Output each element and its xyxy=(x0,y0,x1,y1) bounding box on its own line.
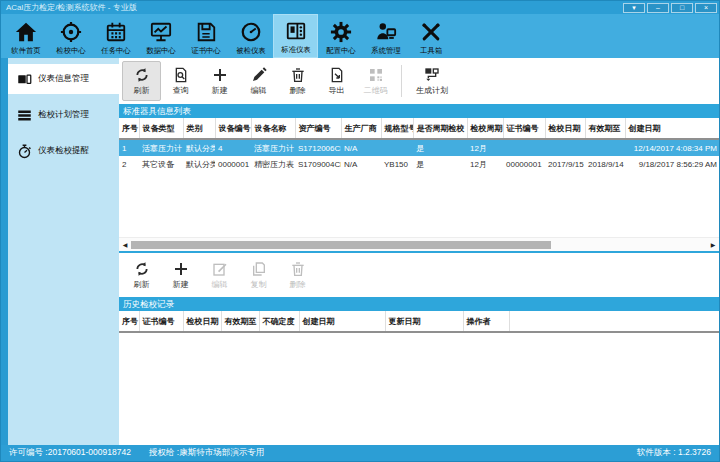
sidebar-item-label: 仪表检校提醒 xyxy=(38,145,89,157)
column-header[interactable]: 检校日期 xyxy=(183,311,221,332)
history-refresh-button[interactable]: 刷新 xyxy=(122,255,161,295)
sidebar-item-calibration-plan[interactable]: 检校计划管理 xyxy=(8,100,119,130)
copy-icon xyxy=(251,261,267,277)
button-label: 生成计划 xyxy=(416,85,448,96)
table2-empty-area xyxy=(119,333,719,445)
sidebar-item-label: 检校计划管理 xyxy=(38,109,89,121)
ribbon-item-label: 被检仪表 xyxy=(236,45,265,55)
table-header-row: 序号 设备类型 类别 设备编号 设备名称 资产编号 生产厂商 规格型号 是否周期… xyxy=(119,118,719,139)
column-header[interactable]: 规格型号 xyxy=(381,118,413,139)
column-header[interactable]: 不确定度 xyxy=(259,311,299,332)
search-doc-icon xyxy=(173,67,189,83)
window-title: ACal压力检定/检测系统软件 - 专业版 xyxy=(6,2,621,13)
target-icon xyxy=(60,21,82,43)
query-button[interactable]: 查询 xyxy=(161,61,200,101)
column-header[interactable]: 设备名称 xyxy=(251,118,295,139)
data-monitor-icon xyxy=(150,21,172,43)
delete-button[interactable]: 删除 xyxy=(278,61,317,101)
horizontal-scrollbar[interactable]: ◀ ▶ xyxy=(119,237,719,251)
column-header[interactable]: 创建日期 xyxy=(299,311,385,332)
column-header[interactable]: 检校日期 xyxy=(545,118,585,139)
new-button[interactable]: 新建 xyxy=(200,61,239,101)
close-button[interactable]: × xyxy=(695,3,717,13)
trash-icon xyxy=(290,67,306,83)
tools-icon xyxy=(420,21,442,43)
column-header[interactable]: 生产厂商 xyxy=(341,118,381,139)
sidebar-item-instrument-info[interactable]: 仪表信息管理 xyxy=(8,64,119,94)
column-header[interactable]: 是否周期检校 xyxy=(413,118,467,139)
cell: S1712006CN xyxy=(295,139,341,156)
scroll-right-arrow[interactable]: ▶ xyxy=(707,238,719,252)
generate-plan-button[interactable]: 生成计划 xyxy=(408,61,456,101)
ribbon-item-data-center[interactable]: 数据中心 xyxy=(138,14,183,58)
button-label: 导出 xyxy=(329,85,345,96)
user-admin-icon xyxy=(375,21,397,43)
edit-button[interactable]: 编辑 xyxy=(239,61,278,101)
button-label: 删除 xyxy=(290,279,306,290)
cell: 是 xyxy=(413,139,467,156)
column-header[interactable]: 有效期至 xyxy=(221,311,259,332)
cell xyxy=(545,139,585,156)
column-header[interactable]: 创建日期 xyxy=(625,118,719,139)
edit-square-icon xyxy=(212,261,228,277)
maximize-button[interactable]: □ xyxy=(671,3,693,13)
button-label: 刷新 xyxy=(134,279,150,290)
skin-button[interactable]: ▾ xyxy=(623,3,645,13)
table-row[interactable]: 2 其它设备 默认分类 0000001 精密压力表 S1709004CN N/A… xyxy=(119,156,719,173)
cell: N/A xyxy=(341,156,381,173)
column-header[interactable]: 资产编号 xyxy=(295,118,341,139)
column-header[interactable]: 类别 xyxy=(183,118,215,139)
ribbon-item-home[interactable]: 软件首页 xyxy=(3,14,48,58)
column-header[interactable]: 证书编号 xyxy=(139,311,183,332)
ribbon-item-label: 证书中心 xyxy=(191,45,220,55)
minimize-button[interactable]: – xyxy=(647,3,669,13)
column-header[interactable]: 序号 xyxy=(119,311,139,332)
button-label: 删除 xyxy=(290,85,306,96)
ribbon-item-inspected-instruments[interactable]: 被检仪表 xyxy=(228,14,273,58)
refresh-icon xyxy=(134,67,150,83)
scroll-left-arrow[interactable]: ◀ xyxy=(119,238,131,252)
cell: N/A xyxy=(341,139,381,156)
column-header[interactable]: 检校周期 xyxy=(467,118,503,139)
column-header[interactable]: 设备编号 xyxy=(215,118,251,139)
table1-empty-area xyxy=(119,173,719,237)
ribbon-item-calibration-center[interactable]: 检校中心 xyxy=(48,14,93,58)
cell: 默认分类 xyxy=(183,156,215,173)
content-area: 刷新 查询 新建 编辑 删除 xyxy=(119,58,719,445)
ribbon-item-label: 数据中心 xyxy=(146,45,175,55)
button-label: 新建 xyxy=(173,279,189,290)
panel2-header: 历史检校记录 xyxy=(119,297,719,311)
column-header[interactable]: 证书编号 xyxy=(503,118,545,139)
ribbon-item-certificate-center[interactable]: 证书中心 xyxy=(183,14,228,58)
ribbon-item-system-admin[interactable]: 系统管理 xyxy=(363,14,408,58)
column-header[interactable]: 设备类型 xyxy=(139,118,183,139)
column-header[interactable]: 序号 xyxy=(119,118,139,139)
trash-icon xyxy=(290,261,306,277)
column-header[interactable]: 更新日期 xyxy=(385,311,463,332)
history-new-button[interactable]: 新建 xyxy=(161,255,200,295)
standard-instruments-toolbar: 刷新 查询 新建 编辑 删除 xyxy=(119,58,719,104)
history-edit-button: 编辑 xyxy=(200,255,239,295)
license-number: 许可编号 :20170601-000918742 xyxy=(9,447,131,459)
export-button[interactable]: 导出 xyxy=(317,61,356,101)
cell: 12月 xyxy=(467,156,503,173)
ribbon: 软件首页 检校中心 任务中心 数据中心 证书中心 被检仪表 标准仪表 配置中心 xyxy=(1,14,719,58)
export-doc-icon xyxy=(329,67,345,83)
sidebar-item-calibration-reminder[interactable]: 仪表检校提醒 xyxy=(8,136,119,166)
refresh-button[interactable]: 刷新 xyxy=(122,61,161,101)
ribbon-item-task-center[interactable]: 任务中心 xyxy=(93,14,138,58)
column-header[interactable]: 操作者 xyxy=(463,311,509,332)
home-icon xyxy=(15,21,37,43)
generate-plan-icon xyxy=(424,67,440,83)
scrollbar-thumb[interactable] xyxy=(131,241,551,249)
column-header[interactable]: 有效期至 xyxy=(585,118,625,139)
cell: 活塞压力计 xyxy=(251,139,295,156)
ribbon-item-standard-instruments[interactable]: 标准仪表 xyxy=(273,14,318,58)
history-toolbar: 刷新 新建 编辑 复制 删除 xyxy=(119,253,719,297)
table-row-selected[interactable]: 1 活塞压力计 默认分类 4 活塞压力计 S1712006CN N/A 是 12… xyxy=(119,139,719,156)
button-label: 查询 xyxy=(173,85,189,96)
ribbon-item-toolbox[interactable]: 工具箱 xyxy=(408,14,453,58)
cell: 2 xyxy=(119,156,139,173)
ribbon-item-config-center[interactable]: 配置中心 xyxy=(318,14,363,58)
panel1-header: 标准器具信息列表 xyxy=(119,104,719,118)
